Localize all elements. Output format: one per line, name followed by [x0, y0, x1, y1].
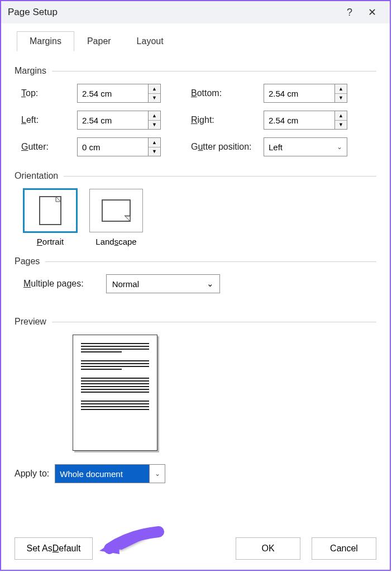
gutter-spinner[interactable]: ▲▼: [77, 137, 166, 156]
titlebar: Page Setup ? ✕: [1, 1, 390, 23]
orientation-landscape[interactable]: [89, 189, 143, 232]
portrait-page-icon: [39, 196, 61, 225]
left-label: Left:: [21, 115, 77, 125]
top-input[interactable]: [77, 84, 149, 103]
multiple-pages-label: Multiple pages:: [23, 279, 84, 289]
right-spinner[interactable]: ▲▼: [264, 111, 353, 130]
left-up[interactable]: ▲: [149, 111, 160, 121]
gutter-up[interactable]: ▲: [149, 138, 160, 147]
chevron-down-icon: ⌄: [207, 279, 214, 289]
top-up[interactable]: ▲: [149, 84, 160, 94]
chevron-down-icon[interactable]: ⌄: [150, 464, 165, 483]
apply-to-label: Apply to:: [15, 469, 49, 479]
bottom-down[interactable]: ▼: [335, 94, 347, 103]
chevron-down-icon: ⌄: [337, 143, 342, 151]
ok-button[interactable]: OK: [236, 537, 300, 560]
bottom-spinner[interactable]: ▲▼: [264, 84, 353, 103]
margins-group-header: Margins: [15, 66, 376, 76]
left-down[interactable]: ▼: [149, 121, 160, 130]
top-spinner[interactable]: ▲▼: [77, 84, 166, 103]
apply-to-select[interactable]: Whole document ⌄: [55, 464, 165, 483]
multiple-pages-select[interactable]: Normal ⌄: [106, 274, 220, 293]
gutter-down[interactable]: ▼: [149, 147, 160, 156]
orientation-group-header: Orientation: [15, 171, 376, 181]
svg-rect-1: [102, 200, 130, 221]
gutter-position-label: Gutter position:: [191, 142, 264, 152]
bottom-label: Bottom:: [191, 88, 264, 98]
cancel-button[interactable]: Cancel: [312, 537, 376, 560]
bottom-input[interactable]: [264, 84, 335, 103]
tab-layout[interactable]: Layout: [124, 31, 176, 51]
dialog-title: Page Setup: [8, 7, 338, 18]
top-down[interactable]: ▼: [149, 94, 160, 103]
tab-paper[interactable]: Paper: [74, 31, 124, 51]
set-as-default-button[interactable]: Set As Default: [15, 537, 93, 560]
left-input[interactable]: [77, 111, 149, 130]
bottom-up[interactable]: ▲: [335, 84, 347, 94]
preview-group-header: Preview: [15, 317, 376, 327]
top-label: Top:: [21, 88, 77, 98]
portrait-label: Portrait: [23, 237, 77, 246]
preview-page-icon: [73, 335, 157, 451]
landscape-label: Landscape: [89, 237, 143, 246]
right-input[interactable]: [264, 111, 335, 130]
close-button[interactable]: ✕: [361, 6, 383, 18]
right-up[interactable]: ▲: [335, 111, 347, 121]
gutter-input[interactable]: [77, 137, 149, 156]
tab-strip: Margins Paper Layout: [17, 31, 390, 51]
pages-group-header: Pages: [15, 256, 376, 266]
tab-margins[interactable]: Margins: [17, 31, 74, 51]
help-button[interactable]: ?: [338, 7, 361, 18]
gutter-position-select[interactable]: Left ⌄: [264, 137, 347, 156]
page-setup-dialog: Page Setup ? ✕ Margins Paper Layout Marg…: [0, 0, 391, 571]
landscape-page-icon: [102, 199, 131, 222]
left-spinner[interactable]: ▲▼: [77, 111, 166, 130]
right-label: Right:: [191, 115, 264, 125]
gutter-label: Gutter:: [21, 142, 77, 152]
right-down[interactable]: ▼: [335, 121, 347, 130]
orientation-portrait[interactable]: [23, 189, 77, 232]
